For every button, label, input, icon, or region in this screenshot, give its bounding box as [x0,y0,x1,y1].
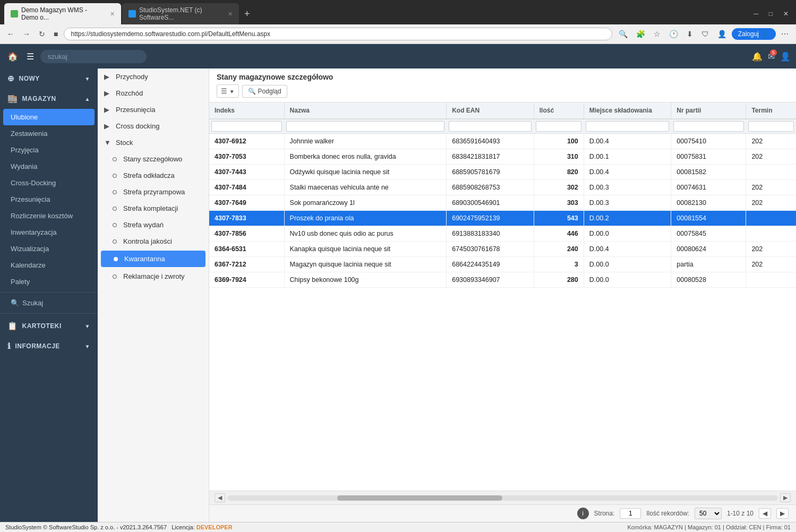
top-bar-right: 🔔 ✉ 5 👤 [752,52,791,62]
table-row[interactable]: 6364-6531Kanapka quisque lacinia neque s… [209,242,796,257]
sidebar-item-wydania[interactable]: Wydania [0,158,98,175]
secondary-item-strefa-przyrampowa[interactable]: Strefa przyrampowa [98,184,209,200]
home-app-icon[interactable]: 🏠 [5,49,20,64]
sidebar-section-kartoteki[interactable]: 📋 KARTOTEKI ▼ [0,316,98,336]
secondary-item-cross-docking[interactable]: ▶ Cross docking [98,118,209,134]
filter-indeks[interactable] [211,121,282,132]
table-row[interactable]: 4307-7443Odżywki quisque lacinia neque s… [209,165,796,180]
secondary-item-reklamacje[interactable]: Reklamacje i zwroty [98,268,209,285]
page-input[interactable] [620,508,641,519]
table-row[interactable]: 6369-7924Chipsy bekonowe 100g69308933469… [209,272,796,288]
info-button[interactable]: i [577,508,589,519]
favorites-icon[interactable]: ☆ [651,28,664,40]
page-next-button[interactable]: ▶ [776,508,789,519]
secondary-item-kwarantanna[interactable]: Kwarantanna [101,251,206,267]
sidebar-item-inwentaryzacja[interactable]: Inwentaryzacja [0,224,98,241]
profile-icon[interactable]: 👤 [714,28,730,40]
shield-icon[interactable]: 🛡 [698,28,712,40]
search-input[interactable] [40,50,147,63]
sidebar-section-informacje[interactable]: ℹ INFORMACJE ▼ [0,336,98,356]
more-options-icon[interactable]: ⋯ [778,28,792,40]
filter-nazwa[interactable] [286,121,444,132]
table-row[interactable]: 4307-7649Sok pomarańczowy 1l689030054690… [209,195,796,211]
sidebar-item-palety[interactable]: Palety [0,273,98,290]
table-row[interactable]: 4307-7484Stalki maecenas vehicula ante n… [209,180,796,195]
login-button[interactable]: Zaloguj 👤 [732,28,776,40]
sidebar-section-magazyn[interactable]: 🏬 MAGAZYN ▲ [0,89,98,109]
table-row[interactable]: 4307-7053Bomberka donec eros nulla, grav… [209,149,796,165]
secondary-item-przychody[interactable]: ▶ Przychody [98,68,209,85]
table-cell: 4307-7833 [209,211,284,226]
sidebar-item-kalendarze[interactable]: Kalendarze [0,257,98,273]
cross-docking-icon: ▶ [104,122,113,130]
table-cell: 202 [746,195,796,211]
sidebar-item-szukaj[interactable]: 🔍 Szukaj [0,295,98,311]
secondary-item-strefa-wydan[interactable]: Strefa wydań [98,217,209,233]
search-browser-icon[interactable]: 🔍 [615,28,631,40]
scroll-track[interactable] [227,495,778,501]
secondary-item-stany-szczegelowo[interactable]: Stany szczegółowo [98,151,209,167]
filter-ean[interactable] [449,121,532,132]
back-button[interactable]: ← [4,29,17,39]
toolbar-menu-button[interactable]: ☰ ▼ [217,84,239,98]
filter-ilosc[interactable] [536,121,581,132]
scroll-thumb[interactable] [337,495,502,501]
scroll-right-button[interactable]: ▶ [780,493,791,502]
history-icon[interactable]: 🕐 [666,28,681,40]
table-cell: 6369-7924 [209,272,284,288]
browser-actions: 🔍 🧩 ☆ 🕐 ⬇ 🛡 👤 Zaloguj 👤 ⋯ [615,28,792,40]
secondary-item-kontrola-jakosci[interactable]: Kontrola jakości [98,233,209,250]
maximize-button[interactable]: □ [766,9,776,19]
table-cell: 820 [534,165,584,180]
address-bar: ← → ↻ ■ 🔍 🧩 ☆ 🕐 ⬇ 🛡 👤 Zaloguj 👤 ⋯ [0,24,796,44]
new-tab-button[interactable]: + [240,3,254,24]
table-cell: Proszek do prania ola [284,211,447,226]
records-select[interactable]: 50 25 100 [695,508,722,519]
mail-icon[interactable]: ✉ 5 [768,52,775,62]
browser-tab-2[interactable]: StudioSystem.NET (c) SoftwareS... ✕ [122,3,239,24]
table-row[interactable]: 4307-6912Johnnie walker6836591640493100D… [209,134,796,149]
secondary-item-rozchod[interactable]: ▶ Rozchód [98,85,209,101]
sidebar-item-zestawienia[interactable]: Zestawienia [0,125,98,142]
filter-miejsce[interactable] [586,121,669,132]
secondary-item-przesuniecia[interactable]: ▶ Przesunięcia [98,101,209,118]
minimize-button[interactable]: ─ [750,9,761,19]
notifications-icon[interactable]: 🔔 [752,52,763,62]
refresh-button[interactable]: ↻ [36,29,48,39]
sidebar-item-ulubione[interactable]: Ulubione [3,109,95,125]
table-row[interactable]: 4307-7833Proszek do prania ola6902475952… [209,211,796,226]
home-button[interactable]: ■ [51,29,61,39]
close-button[interactable]: ✕ [780,9,792,19]
tab-close-1[interactable]: ✕ [110,11,115,18]
table-cell: 202 [746,242,796,257]
sidebar-item-przyjecia[interactable]: Przyjęcia [0,142,98,158]
downloads-icon[interactable]: ⬇ [683,28,696,40]
tab-close-2[interactable]: ✕ [228,11,233,18]
page-prev-button[interactable]: ◀ [759,508,771,519]
user-icon[interactable]: 👤 [780,52,791,62]
extensions-icon[interactable]: 🧩 [633,28,648,40]
filter-termin[interactable] [748,121,794,132]
magazyn-arrow-icon: ▲ [85,96,90,102]
sidebar-item-przesuniecia[interactable]: Przesunięcia [0,191,98,208]
sidebar-item-rozliczenie[interactable]: Rozliczenie kosztów [0,208,98,224]
przyrampowa-dot-icon [113,190,117,194]
table-row[interactable]: 4307-7856Nv10 usb donec quis odio ac pur… [209,226,796,242]
scroll-left-button[interactable]: ◀ [215,493,225,502]
menu-hamburger-icon[interactable]: ☰ [24,49,36,64]
sidebar-section-nowy[interactable]: ⊕ NOWY ▼ [0,68,98,89]
browser-tab-1[interactable]: Demo Magazyn WMS - Demo o... ✕ [4,3,121,24]
sidebar-item-cross-docking[interactable]: Cross-Docking [0,175,98,191]
table-row[interactable]: 6367-7212Magazyn quisque lacinia neque s… [209,257,796,272]
secondary-item-stock[interactable]: ▼ Stock [98,134,209,151]
table-cell: 3 [534,257,584,272]
forward-button[interactable]: → [20,29,33,39]
address-input[interactable] [64,28,612,40]
table-cell: 6838421831817 [447,149,534,165]
filter-partia[interactable] [673,121,744,132]
podglad-button[interactable]: 🔍 Podgląd [242,85,287,98]
sidebar-item-wizualizacja[interactable]: Wizualizacja [0,241,98,257]
secondary-item-strefa-kompletacji[interactable]: Strefa kompletacji [98,200,209,217]
secondary-item-strefa-odkladcza[interactable]: Strefa odkładcza [98,167,209,184]
table-cell: Johnnie walker [284,134,447,149]
